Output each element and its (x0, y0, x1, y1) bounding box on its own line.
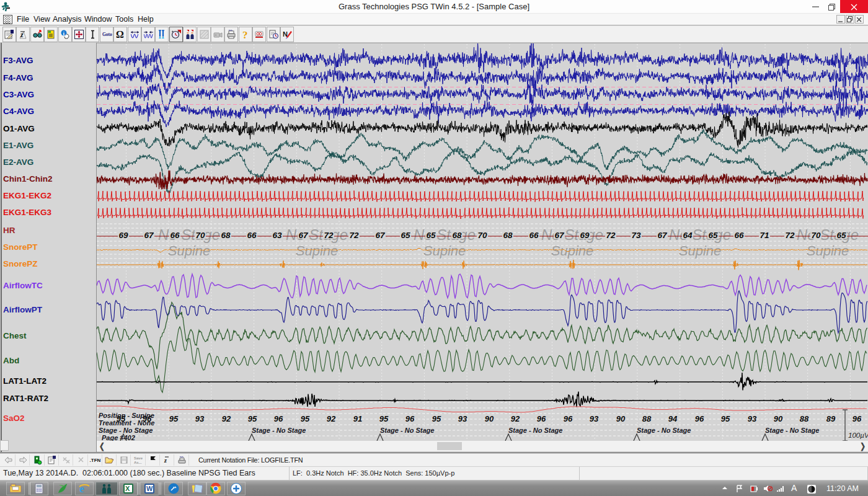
svg-text:68: 68 (503, 231, 513, 240)
svg-text:95: 95 (169, 414, 179, 423)
svg-text:Supine: Supine (551, 243, 594, 259)
svg-text:93: 93 (590, 414, 599, 423)
svg-text:X: X (125, 485, 130, 492)
svg-text:67: 67 (375, 231, 386, 240)
svg-text:96: 96 (143, 414, 152, 423)
svg-text:93: 93 (748, 414, 757, 423)
svg-text:66: 66 (734, 231, 744, 240)
svg-text:66: 66 (529, 231, 539, 240)
svg-text:Stage - No Stage: Stage - No Stage (765, 427, 819, 434)
svg-text:96: 96 (852, 414, 862, 423)
svg-text:94: 94 (668, 414, 678, 423)
svg-text:93: 93 (458, 414, 467, 423)
svg-text:No Stage: No Stage (669, 226, 731, 243)
svg-text:No Stage: No Stage (414, 226, 476, 243)
svg-text:Supine: Supine (807, 243, 849, 259)
svg-text:93: 93 (195, 414, 205, 423)
svg-text:66: 66 (170, 231, 180, 240)
svg-text:67: 67 (657, 231, 668, 240)
svg-text:70: 70 (195, 231, 205, 240)
svg-text:72: 72 (606, 231, 616, 240)
svg-text:No Stage: No Stage (541, 226, 603, 243)
svg-text:No Stage: No Stage (797, 226, 859, 243)
svg-text:88: 88 (642, 414, 652, 423)
svg-text:69: 69 (118, 231, 128, 240)
svg-text:No Stage: No Stage (286, 226, 348, 243)
svg-text:65: 65 (708, 231, 718, 240)
svg-text:95: 95 (432, 414, 441, 423)
svg-text:72: 72 (324, 231, 334, 240)
svg-text:96: 96 (695, 414, 704, 423)
svg-text:96: 96 (274, 414, 283, 423)
svg-text:96: 96 (405, 414, 415, 423)
svg-text:Stage - No Stage: Stage - No Stage (99, 427, 153, 434)
svg-text:70: 70 (477, 231, 487, 240)
svg-text:88: 88 (800, 414, 809, 423)
svg-text:?: ? (242, 29, 248, 40)
svg-text:95: 95 (301, 414, 310, 423)
svg-text:Stage - No Stage: Stage - No Stage (252, 427, 306, 434)
svg-text:90: 90 (485, 414, 494, 423)
svg-text:65: 65 (401, 231, 410, 240)
svg-text:89: 89 (826, 414, 836, 423)
svg-text:As...: As... (134, 461, 142, 464)
svg-text:Supine: Supine (168, 243, 211, 259)
svg-text:96: 96 (537, 414, 546, 423)
svg-text:Save: Save (134, 456, 143, 460)
svg-text:68: 68 (221, 231, 231, 240)
svg-text:65: 65 (426, 231, 436, 240)
svg-text:Goto: Goto (102, 32, 112, 37)
svg-text:95: 95 (248, 414, 257, 423)
svg-text:72: 72 (349, 231, 359, 240)
svg-text:W: W (146, 485, 153, 492)
svg-text:65: 65 (836, 231, 846, 240)
svg-text:67: 67 (298, 231, 309, 240)
svg-text:69: 69 (580, 231, 590, 240)
svg-text:67: 67 (144, 231, 154, 240)
svg-text:68: 68 (452, 231, 462, 240)
svg-text:Supine: Supine (296, 243, 339, 259)
svg-text:64: 64 (683, 231, 693, 240)
svg-text:66: 66 (247, 231, 257, 240)
svg-text:70: 70 (811, 231, 821, 240)
svg-text:100µV: 100µV (848, 432, 868, 439)
svg-text:Stage - No Stage: Stage - No Stage (637, 427, 691, 434)
svg-text:z: z (164, 457, 167, 464)
svg-text:95: 95 (721, 414, 730, 423)
svg-text:72: 72 (785, 231, 795, 240)
svg-text:Supine: Supine (423, 243, 466, 259)
svg-text:91: 91 (353, 414, 362, 423)
svg-text:Stage - No Stage: Stage - No Stage (380, 427, 434, 434)
svg-text:92: 92 (222, 414, 231, 423)
svg-text:Ω: Ω (116, 29, 124, 40)
svg-text:92: 92 (327, 414, 336, 423)
svg-text:95: 95 (379, 414, 389, 423)
svg-text:63: 63 (272, 231, 282, 240)
svg-text:Supine: Supine (679, 243, 722, 259)
svg-text:90: 90 (774, 414, 783, 423)
svg-text:73: 73 (631, 231, 641, 240)
svg-text:90: 90 (616, 414, 626, 423)
svg-text:67: 67 (554, 231, 565, 240)
svg-text:71: 71 (760, 231, 769, 240)
svg-text:95: 95 (117, 414, 126, 423)
svg-text:Stage - No Stage: Stage - No Stage (508, 427, 562, 434)
svg-text:92: 92 (511, 414, 520, 423)
svg-text:96: 96 (564, 414, 573, 423)
svg-text:No Stage: No Stage (158, 226, 220, 243)
